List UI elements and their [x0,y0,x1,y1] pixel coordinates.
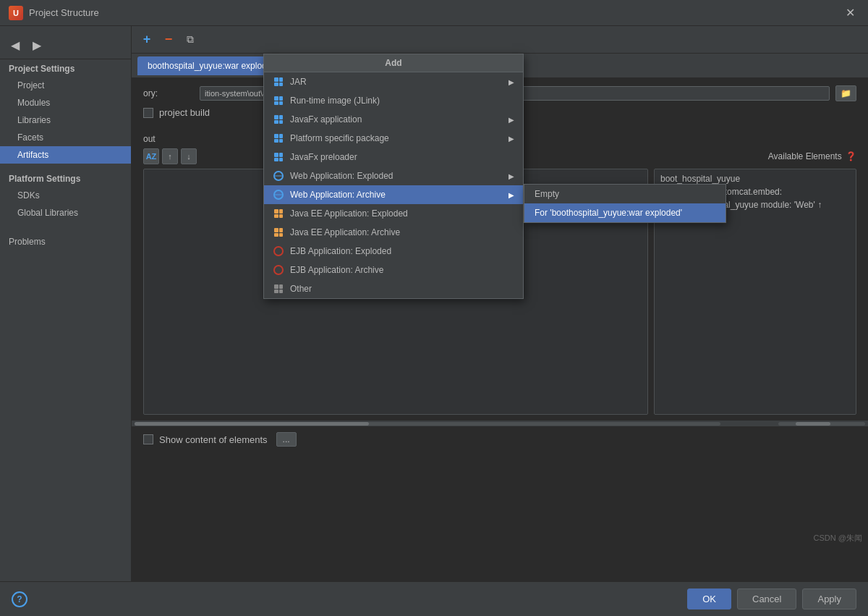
ok-button[interactable]: OK [687,588,731,609]
bottom-bar: ? OK Cancel Apply [0,581,868,616]
project-build-checkbox[interactable] [143,108,153,118]
menu-item-webapp-archive[interactable]: Web Application: Archive ▶ [264,185,523,204]
cancel-button[interactable]: Cancel [737,588,796,609]
title-bar: U Project Structure ✕ [0,0,868,26]
menu-item-ejb-archive-label: EJB Application: Archive [290,265,383,275]
scrollbar-track [135,422,720,426]
nav-bar: ◀ ▶ [0,32,131,59]
sidebar-item-facets[interactable]: Facets [0,129,131,146]
javafx-icon [273,114,284,125]
javaee-archive-icon [273,227,284,238]
sidebar-item-modules[interactable]: Modules [0,94,131,111]
ejb-exploded-icon [273,245,284,257]
sort-button[interactable]: AZ [143,148,159,164]
menu-item-webapp-exploded-label: Web Application: Exploded [290,171,393,181]
show-content-bar: Show content of elements ... [132,426,868,452]
platform-arrow: ▶ [509,135,514,143]
add-menu-header: Add [264,54,523,72]
menu-item-jlink[interactable]: Run-time image (JLink) [264,91,523,110]
scrollbar-thumb [135,422,369,426]
webapp-exploded-icon [273,170,284,182]
scrollbar-track-right [778,422,865,426]
menu-item-webapp-exploded[interactable]: Web Application: Exploded ▶ [264,166,523,185]
directory-label: ory: [143,88,194,98]
close-button[interactable]: ✕ [841,4,859,21]
menu-item-javaee-archive[interactable]: Java EE Application: Archive [264,223,523,242]
ejb-archive-icon [273,264,284,276]
menu-item-other-label: Other [290,284,312,294]
sidebar-item-problems[interactable]: Problems [0,233,131,250]
add-dropdown-menu: Add JAR ▶ Run-time image (JLink) [263,54,524,299]
javafx-preloader-icon [273,151,284,163]
title-bar-left: U Project Structure [9,6,99,20]
menu-item-javafx-preloader-label: JavaFx preloader [290,152,357,162]
webapp-exploded-arrow: ▶ [509,172,514,180]
javafx-arrow: ▶ [509,116,514,124]
horizontal-scrollbar[interactable] [132,421,868,426]
menu-item-jlink-label: Run-time image (JLink) [290,96,380,106]
add-menu-container: Add JAR ▶ Run-time image (JLink) [263,54,524,299]
move-down-button[interactable]: ↓ [181,148,197,164]
jar-arrow: ▶ [509,78,514,86]
menu-item-jar[interactable]: JAR ▶ [264,72,523,91]
submenu: Empty For 'boothospital_yuyue:war explod… [524,184,726,223]
add-button[interactable]: + [137,30,156,49]
menu-item-other[interactable]: Other [264,279,523,298]
browse-button[interactable]: 📁 [835,85,856,101]
show-content-checkbox[interactable] [143,434,153,444]
available-elements-header: Available Elements ❓ [768,151,856,161]
menu-item-ejb-exploded-label: EJB Application: Exploded [290,246,391,256]
content-toolbar: + − ⧉ [132,26,868,54]
help-icon-small[interactable]: ❓ [846,151,856,161]
project-settings-header: Project Settings [0,59,131,77]
sidebar-item-libraries[interactable]: Libraries [0,111,131,129]
webapp-archive-arrow: ▶ [509,191,514,199]
menu-item-jar-label: JAR [290,77,307,87]
jar-icon [273,76,284,88]
menu-item-javaee-exploded[interactable]: Java EE Application: Exploded [264,204,523,223]
dialog-title: Project Structure [29,7,99,18]
show-content-more-button[interactable]: ... [276,432,297,447]
submenu-item-empty[interactable]: Empty [524,185,726,203]
menu-item-platform[interactable]: Platform specific package ▶ [264,129,523,148]
menu-item-javafx[interactable]: JavaFx application ▶ [264,110,523,129]
webapp-archive-icon [273,189,284,201]
menu-item-javafx-label: JavaFx application [290,114,362,125]
sidebar-item-project[interactable]: Project [0,77,131,94]
scrollbar-thumb-right [796,422,830,426]
back-button[interactable]: ◀ [6,36,25,55]
sidebar: ◀ ▶ Project Settings Project Modules Lib… [0,26,132,581]
show-content-label: Show content of elements [159,434,268,445]
menu-item-javafx-preloader[interactable]: JavaFx preloader [264,148,523,166]
sidebar-item-sdks[interactable]: SDKs [0,187,131,204]
sidebar-item-global-libraries[interactable]: Global Libraries [0,204,131,221]
project-build-label: project build [159,107,210,118]
watermark: CSDN @朱闻 [814,533,862,544]
app-icon: U [9,6,23,20]
move-up-button[interactable]: ↑ [162,148,178,164]
menu-item-javaee-archive-label: Java EE Application: Archive [290,227,400,237]
forward-button[interactable]: ▶ [27,36,46,55]
menu-item-javaee-exploded-label: Java EE Application: Exploded [290,208,408,219]
menu-item-ejb-exploded[interactable]: EJB Application: Exploded [264,242,523,261]
other-icon [273,283,284,295]
content-area: + − ⧉ boothospital_yuyue:war exploded Ty… [132,26,868,581]
javaee-exploded-icon [273,208,284,219]
jlink-icon [273,95,284,106]
menu-item-ejb-archive[interactable]: EJB Application: Archive [264,261,523,279]
submenu-empty-label: Empty [535,189,559,199]
apply-button[interactable]: Apply [802,588,856,609]
help-button[interactable]: ? [12,591,27,607]
submenu-for-label: For 'boothospital_yuyue:war exploded' [535,208,682,218]
menu-item-webapp-archive-label: Web Application: Archive [290,190,386,200]
submenu-item-for[interactable]: For 'boothospital_yuyue:war exploded' [524,203,726,222]
copy-button[interactable]: ⧉ [181,30,200,49]
platform-settings-header: Platform Settings [0,169,131,187]
remove-button[interactable]: − [159,30,178,49]
bottom-buttons: OK Cancel Apply [687,588,856,609]
sidebar-item-artifacts[interactable]: Artifacts [0,146,131,164]
menu-item-platform-label: Platform specific package [290,133,389,143]
platform-icon [273,132,284,144]
